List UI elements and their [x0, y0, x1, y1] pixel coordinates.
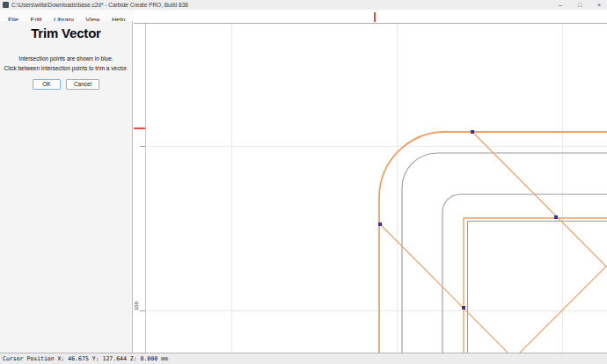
ruler-tick-150: [140, 146, 145, 147]
cursor-position-readout: Cursor Position X: 46.675 Y: 127.644 Z: …: [3, 355, 168, 362]
application-window: C:\Users\willa\Downloads\base.c2d* - Car…: [0, 0, 607, 364]
ok-button[interactable]: OK: [33, 79, 61, 90]
panel-title: Trim Vector: [0, 25, 132, 40]
vertical-ruler: 100: [134, 24, 146, 353]
intersection-point: [378, 222, 382, 226]
ruler-tick-100: [140, 310, 145, 311]
drawing-canvas[interactable]: [146, 24, 607, 353]
intersection-point: [462, 306, 465, 309]
vector-drawing: [146, 24, 607, 353]
cursor-x-indicator: [374, 12, 376, 22]
intersection-point: [554, 215, 558, 219]
panel-instructions: Intersection points are shown in blue. C…: [0, 54, 132, 73]
close-button[interactable]: ×: [595, 0, 603, 10]
cursor-y-indicator: [134, 127, 145, 129]
inner-orange-rectangle-path[interactable]: [464, 218, 607, 353]
app-logo-icon: [3, 2, 9, 8]
window-title: C:\Users\willa\Downloads\base.c2d* - Car…: [11, 1, 188, 9]
horizontal-ruler: [134, 11, 607, 24]
cancel-button[interactable]: Cancel: [66, 79, 99, 90]
ruler-label-100: 100: [134, 299, 139, 313]
status-bar: Cursor Position X: 46.675 Y: 127.644 Z: …: [0, 353, 607, 364]
window-controls: – □ ×: [556, 0, 603, 10]
minimize-button[interactable]: –: [556, 0, 565, 10]
intersection-point: [471, 130, 474, 134]
outer-gray-offset-path[interactable]: [402, 153, 607, 353]
instruction-line-2: Click between intersection points to tri…: [0, 63, 132, 73]
panel-button-row: OK Cancel: [0, 79, 132, 90]
outer-orange-boundary-path[interactable]: [379, 132, 607, 353]
instruction-line-1: Intersection points are shown in blue.: [0, 54, 132, 63]
diamond-vector-path[interactable]: [380, 132, 606, 353]
trim-vector-panel: Trim Vector Intersection points are show…: [0, 21, 133, 353]
maximize-button[interactable]: □: [575, 0, 584, 10]
